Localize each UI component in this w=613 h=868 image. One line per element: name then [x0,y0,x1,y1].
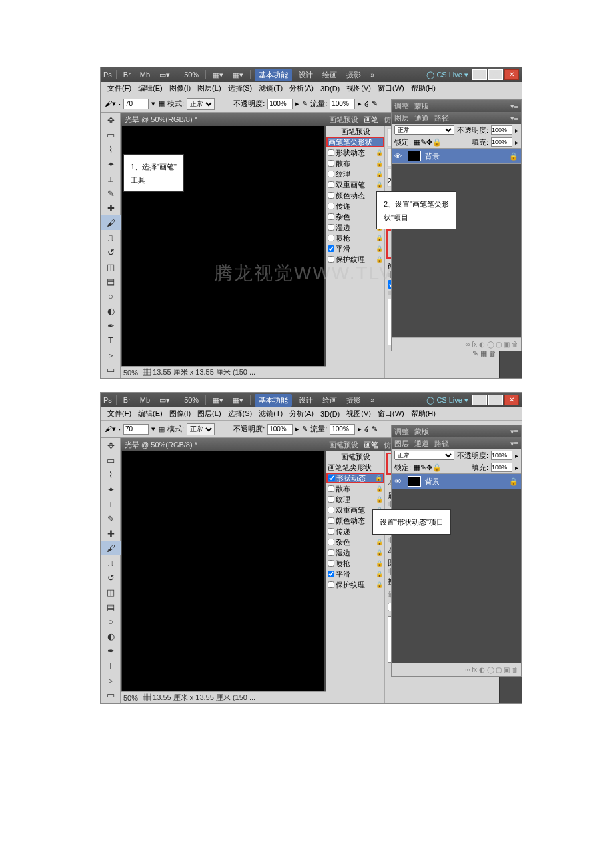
menu-analysis[interactable]: 分析(A) [287,83,316,93]
maximize-icon[interactable]: ▢ [488,69,503,80]
menu-layer[interactable]: 图层(L) [195,83,223,93]
pen-tool[interactable]: ✒ [101,318,121,333]
type-tool[interactable]: T [101,658,121,673]
opt-transfer[interactable]: 传递🔒 [326,201,384,211]
stamp-tool[interactable]: ⎍ [101,555,121,570]
menu-edit[interactable]: 编辑(E) [135,83,165,93]
layer-opacity[interactable] [491,451,512,460]
gradient-tool[interactable]: ▤ [101,599,121,614]
view-icon[interactable]: ▦▾ [210,71,226,79]
document-tab[interactable]: 光晕 @ 50%(RGB/8) * [121,438,326,451]
brush-panel-icon[interactable]: ▦ [158,99,165,108]
layer-opacity[interactable] [491,125,512,135]
lasso-tool[interactable]: ⌇ [101,142,121,157]
screen-mode-icon[interactable]: ▭▾ [157,71,173,79]
workspace-basic[interactable]: 基本功能 [255,69,292,81]
opt-texture[interactable]: 纹理🔒 [326,494,384,505]
workspace-design[interactable]: 设计 [296,395,316,405]
opt-protect[interactable]: 保护纹理🔒 [326,254,384,265]
menu-window[interactable]: 窗口(W) [375,83,407,93]
workspace-draw[interactable]: 绘画 [320,395,340,405]
brush-panel-icon[interactable]: ▦ [158,425,165,433]
br-icon[interactable]: Br [121,396,133,404]
tab-brush[interactable]: 画笔 [364,115,378,125]
opt-airbrush[interactable]: 喷枪🔒 [326,233,384,243]
brush-size-input[interactable] [123,99,149,109]
history-brush-tool[interactable]: ↺ [101,570,121,585]
opt-smooth[interactable]: 平滑🔒 [326,243,384,254]
tool-preset-icon[interactable]: 🖌▾ [105,99,116,108]
opt-noise[interactable]: 杂色🔒 [326,211,384,222]
screen-mode-icon[interactable]: ▭▾ [157,396,173,405]
opt-shape-dyn[interactable]: 形状动态🔒 [326,147,384,158]
history-brush-tool[interactable]: ↺ [101,245,121,259]
visibility-icon[interactable]: 👁 [394,477,404,485]
document-tab[interactable]: 光晕 @ 50%(RGB/8) * [121,113,326,126]
blend-mode[interactable]: 正常 [394,451,454,460]
opt-protect[interactable]: 保护纹理🔒 [326,579,384,590]
opt-color-dyn[interactable]: 颜色动态🔒 [326,190,384,201]
eraser-tool[interactable]: ◫ [101,259,121,274]
zoom-level[interactable]: 50% [181,396,201,404]
menu-help[interactable]: 帮助(H) [408,409,438,419]
dodge-tool[interactable]: ◐ [101,303,121,318]
opt-dual[interactable]: 双重画笔🔒 [326,179,384,190]
mode-select[interactable]: 正常 [187,423,215,435]
wand-tool[interactable]: ✦ [101,482,121,497]
airbrush-icon[interactable]: ໒ [364,99,369,108]
close-icon[interactable]: ✕ [504,395,519,405]
menu-select[interactable]: 选择(S) [225,83,255,93]
br-icon[interactable]: Br [121,71,133,79]
arrange-icon[interactable]: ▦▾ [230,71,246,79]
path-tool[interactable]: ▹ [101,347,121,362]
menu-view[interactable]: 视图(V) [344,83,374,93]
pen-tool[interactable]: ✒ [101,643,121,658]
blur-tool[interactable]: ○ [101,614,121,629]
heal-tool[interactable]: ✚ [101,201,121,215]
marquee-tool[interactable]: ▭ [101,453,121,467]
canvas[interactable] [122,451,324,691]
status-zoom[interactable]: 50% [123,694,138,702]
opt-tip-shape[interactable]: 画笔笔尖形状 [326,462,384,473]
menu-filter[interactable]: 滤镜(T) [256,83,285,93]
opt-scatter[interactable]: 散布🔒 [326,483,384,494]
workspace-more[interactable]: » [368,71,377,79]
flow-input[interactable] [330,424,355,435]
menu-file[interactable]: 文件(F) [105,409,134,419]
tab-brush-presets[interactable]: 画笔预设 [329,115,358,125]
workspace-basic[interactable]: 基本功能 [255,394,292,407]
workspace-photo[interactable]: 摄影 [344,395,364,405]
opacity-input[interactable] [267,99,293,109]
stamp-tool[interactable]: ⎍ [101,230,121,245]
eraser-tool[interactable]: ◫ [101,585,121,599]
type-tool[interactable]: T [101,333,121,347]
status-zoom[interactable]: 50% [123,369,138,377]
tablet-opacity-icon[interactable]: ✎ [302,99,308,108]
menu-image[interactable]: 图像(I) [167,83,193,93]
blur-tool[interactable]: ○ [101,289,121,303]
close-icon[interactable]: ✕ [504,69,519,80]
cslive-button[interactable]: ◯ CS Live ▾ [426,396,468,405]
tool-preset-icon[interactable]: 🖌▾ [105,425,116,433]
path-tool[interactable]: ▹ [101,673,121,687]
lock-icons[interactable]: ▦✎✥🔒 [414,138,442,147]
cslive-button[interactable]: ◯ CS Live ▾ [426,71,468,79]
view-icon[interactable]: ▦▾ [210,396,226,405]
brush-tool[interactable]: 🖌 [101,215,121,230]
menu-analysis[interactable]: 分析(A) [287,409,316,419]
maximize-icon[interactable]: ▢ [488,395,503,405]
workspace-more[interactable]: » [368,396,377,404]
wand-tool[interactable]: ✦ [101,157,121,171]
workspace-design[interactable]: 设计 [296,70,316,80]
airbrush-icon[interactable]: ໒ [364,425,369,433]
move-tool[interactable]: ✥ [101,113,121,127]
opt-wet[interactable]: 湿边🔒 [326,222,384,233]
tablet-size-icon[interactable]: ✎ [372,99,378,108]
menu-layer[interactable]: 图层(L) [195,409,223,419]
layer-fill[interactable] [491,137,512,147]
opt-tip-shape[interactable]: 画笔笔尖形状 [326,137,384,147]
tablet-size-icon[interactable]: ✎ [372,425,378,433]
opt-texture[interactable]: 纹理🔒 [326,169,384,179]
menu-select[interactable]: 选择(S) [225,409,255,419]
menu-file[interactable]: 文件(F) [105,83,134,93]
